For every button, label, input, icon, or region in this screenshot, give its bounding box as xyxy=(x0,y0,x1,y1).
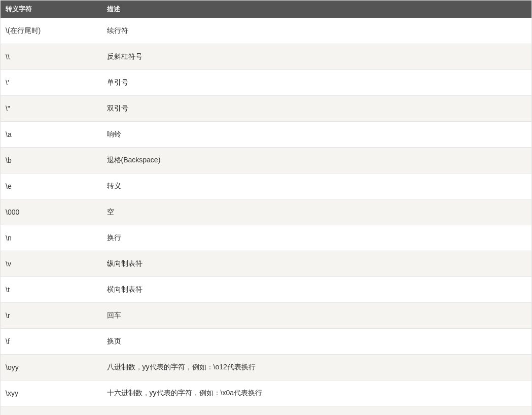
table-row: \oyy 八进制数，yy代表的字符，例如：\o12代表换行 xyxy=(1,355,532,381)
cell-desc: 横向制表符 xyxy=(102,277,532,303)
cell-escape: \" xyxy=(1,96,102,122)
cell-escape: \' xyxy=(1,70,102,96)
cell-escape: \t xyxy=(1,277,102,303)
table-row: \r 回车 xyxy=(1,303,532,329)
cell-desc: 双引号 xyxy=(102,96,532,122)
table-row: \f 换页 xyxy=(1,329,532,355)
cell-escape: \\ xyxy=(1,44,102,70)
escape-characters-table: 转义字符 描述 \(在行尾时) 续行符 \\ 反斜杠符号 \' 单引号 \" 双… xyxy=(0,0,532,415)
cell-desc: 其它的字符以普通格式输出 xyxy=(102,406,532,416)
cell-escape: \oyy xyxy=(1,355,102,381)
cell-escape: \v xyxy=(1,251,102,277)
cell-desc: 退格(Backspace) xyxy=(102,148,532,174)
cell-escape: \r xyxy=(1,303,102,329)
cell-desc: 回车 xyxy=(102,303,532,329)
cell-desc: 续行符 xyxy=(102,18,532,44)
cell-desc: 响铃 xyxy=(102,122,532,148)
cell-desc: 换页 xyxy=(102,329,532,355)
cell-desc: 纵向制表符 xyxy=(102,251,532,277)
table-row: \" 双引号 xyxy=(1,96,532,122)
table-header-row: 转义字符 描述 xyxy=(1,1,532,18)
table-row: \t 横向制表符 xyxy=(1,277,532,303)
table-row: \xyy 十六进制数，yy代表的字符，例如：\x0a代表换行 xyxy=(1,381,532,406)
cell-escape: \b xyxy=(1,148,102,174)
header-description: 描述 xyxy=(102,1,532,18)
cell-desc: 单引号 xyxy=(102,70,532,96)
cell-escape: \a xyxy=(1,122,102,148)
cell-escape: \xyy xyxy=(1,381,102,406)
table-row: \e 转义 xyxy=(1,174,532,199)
table-row: \' 单引号 xyxy=(1,70,532,96)
cell-escape: \other xyxy=(1,406,102,416)
cell-desc: 转义 xyxy=(102,174,532,199)
table-row: \other 其它的字符以普通格式输出 xyxy=(1,406,532,416)
cell-desc: 空 xyxy=(102,199,532,225)
cell-desc: 反斜杠符号 xyxy=(102,44,532,70)
cell-desc: 八进制数，yy代表的字符，例如：\o12代表换行 xyxy=(102,355,532,381)
table-row: \(在行尾时) 续行符 xyxy=(1,18,532,44)
cell-desc: 十六进制数，yy代表的字符，例如：\x0a代表换行 xyxy=(102,381,532,406)
cell-escape: \e xyxy=(1,174,102,199)
cell-escape: \n xyxy=(1,225,102,251)
cell-escape: \f xyxy=(1,329,102,355)
table-body: \(在行尾时) 续行符 \\ 反斜杠符号 \' 单引号 \" 双引号 \a 响铃… xyxy=(1,18,532,416)
cell-desc: 换行 xyxy=(102,225,532,251)
header-escape-char: 转义字符 xyxy=(1,1,102,18)
cell-escape: \000 xyxy=(1,199,102,225)
table-row: \a 响铃 xyxy=(1,122,532,148)
table-row: \000 空 xyxy=(1,199,532,225)
cell-escape: \(在行尾时) xyxy=(1,18,102,44)
table-row: \n 换行 xyxy=(1,225,532,251)
table-row: \v 纵向制表符 xyxy=(1,251,532,277)
table-row: \\ 反斜杠符号 xyxy=(1,44,532,70)
table-row: \b 退格(Backspace) xyxy=(1,148,532,174)
